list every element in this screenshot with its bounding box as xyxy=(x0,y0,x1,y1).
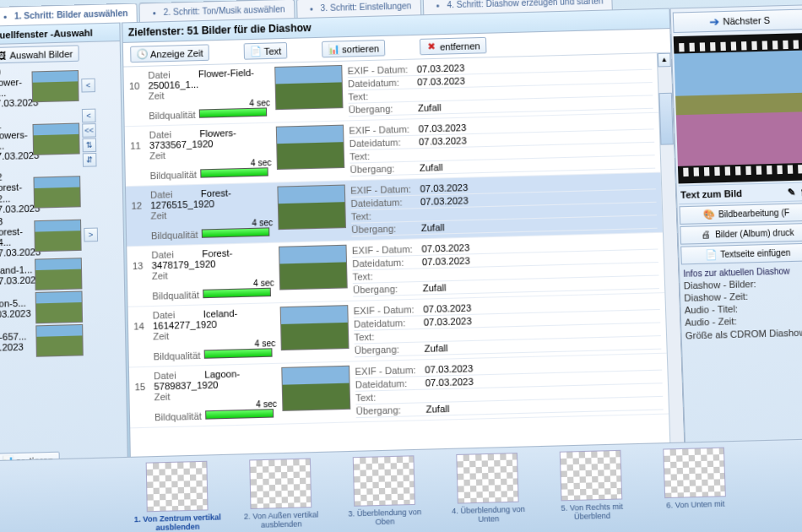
images-icon: 🖼 xyxy=(0,50,8,62)
thumbnail xyxy=(277,185,346,231)
target-row[interactable]: 15Datei Lagoon-5789837_1920Zeit4 secBild… xyxy=(129,354,669,429)
scroll-thumb[interactable] xyxy=(658,93,674,145)
source-item[interactable]: sland-1...07.03.2023 xyxy=(0,256,124,292)
quality-bar xyxy=(200,167,268,177)
move-arrow-button[interactable]: << xyxy=(82,123,96,138)
side-action-button[interactable]: 📄Textseite einfügen xyxy=(680,242,802,264)
source-item[interactable]: 12Forest-12...07.03.2023 xyxy=(0,168,122,215)
source-list: 10Flower-Fi...07.03.2023<11Flowers-3...0… xyxy=(0,63,127,451)
side-action-button[interactable]: 🎨Bildbearbeitung (F xyxy=(680,203,802,225)
thumbnail xyxy=(35,324,84,357)
source-item[interactable]: 11Flowers-3...07.03.2023<<<⇅⇵ xyxy=(0,106,122,171)
slideshow-info: Infos zur aktuellen Diashow Diashow - Bi… xyxy=(681,263,802,344)
transition-thumb xyxy=(560,450,623,502)
display-time-button[interactable]: 🕓Anzeige Zeit xyxy=(130,44,209,62)
row-index: 15 xyxy=(134,371,149,424)
row-index: 12 xyxy=(131,190,146,242)
thumbnail xyxy=(274,65,343,110)
thumbnail xyxy=(280,305,350,350)
thumbnail xyxy=(34,220,81,252)
action-icon: 📄 xyxy=(705,248,717,260)
thumbnail xyxy=(33,176,80,209)
select-images-label: Auswahl Bilder xyxy=(9,48,73,60)
info-row: Größe als CDROM Diashow: xyxy=(685,326,802,342)
row-index: 10 xyxy=(129,70,144,122)
remove-icon: ✖ xyxy=(425,41,437,52)
sort-icon: 📊 xyxy=(328,43,340,55)
arrow-right-icon: ➔ xyxy=(709,14,720,29)
transition-thumb xyxy=(249,459,312,510)
edit-icon[interactable]: ✎ xyxy=(786,187,798,198)
transition-thumb xyxy=(146,461,209,513)
select-images-button[interactable]: 🖼 Auswahl Bilder xyxy=(0,45,79,63)
transition-thumb xyxy=(456,453,518,504)
clock-icon: 🕓 xyxy=(136,48,148,60)
thumbnail xyxy=(35,291,83,324)
remove-button[interactable]: ✖entfernen xyxy=(420,37,486,55)
move-arrow-button[interactable]: < xyxy=(82,109,96,123)
thumbnail xyxy=(276,125,345,170)
row-index: 11 xyxy=(130,130,145,182)
transition-item[interactable]: 5. Von Rechts mit Überblend xyxy=(546,449,637,532)
quality-bar xyxy=(204,348,273,359)
action-icon: 🎨 xyxy=(703,209,715,220)
next-step-button[interactable]: ➔Nächster S xyxy=(673,8,802,33)
quality-bar xyxy=(199,107,267,117)
transition-item[interactable]: 3. Überblendung von Oben xyxy=(339,455,430,532)
source-item[interactable]: 13Forest-34...07.03.2023> xyxy=(0,212,123,259)
target-sort-button[interactable]: 📊sortieren xyxy=(322,40,385,57)
text-button[interactable]: 📄Text xyxy=(244,42,288,60)
scroll-up-arrow[interactable]: ▲ xyxy=(658,53,671,68)
transition-item[interactable]: 6. Von Unten mit xyxy=(650,447,741,532)
transition-thumb xyxy=(663,448,726,499)
transition-item[interactable]: 1. Von Zentrum vertikal ausblenden xyxy=(133,460,222,532)
transition-thumb xyxy=(353,455,415,507)
quality-bar xyxy=(205,409,274,420)
film-preview xyxy=(674,33,802,183)
source-item[interactable]: oon-5....03.2023 xyxy=(0,289,125,326)
action-icon: 🖨 xyxy=(700,229,712,241)
side-action-button[interactable]: 🖨Bilder (Album) druck xyxy=(680,222,802,244)
preview-image xyxy=(674,50,802,166)
transition-item[interactable]: 2. Von Außen vertikal ausblenden xyxy=(236,458,326,532)
thumbnail xyxy=(281,366,350,411)
thumbnail xyxy=(35,258,82,290)
tab-icon: • xyxy=(149,7,160,19)
tab-icon: • xyxy=(432,0,444,11)
move-arrow-button[interactable]: ⇅ xyxy=(82,138,96,153)
quality-bar xyxy=(203,288,271,298)
source-panel: Quellfenster -Auswahl 🖼 Auswahl Bilder 1… xyxy=(0,23,130,532)
tab-icon: • xyxy=(306,3,317,14)
tab-icon: • xyxy=(0,11,11,23)
thumbnail xyxy=(279,245,348,290)
quality-bar xyxy=(202,227,270,237)
row-index: 14 xyxy=(133,310,149,363)
source-item[interactable]: 10Flower-Fi...07.03.2023< xyxy=(0,63,121,111)
move-arrow-button[interactable]: > xyxy=(84,227,98,242)
text-icon: 📄 xyxy=(250,46,262,57)
move-arrow-button[interactable]: < xyxy=(81,79,95,93)
row-index: 13 xyxy=(133,250,148,303)
thumbnail xyxy=(32,122,79,155)
source-item[interactable]: n-657...3.2023 xyxy=(0,323,126,360)
move-arrow-button[interactable]: ⇵ xyxy=(83,153,97,167)
transition-item[interactable]: 4. Überblendung von Unten xyxy=(443,453,534,532)
thumbnail xyxy=(32,70,79,102)
